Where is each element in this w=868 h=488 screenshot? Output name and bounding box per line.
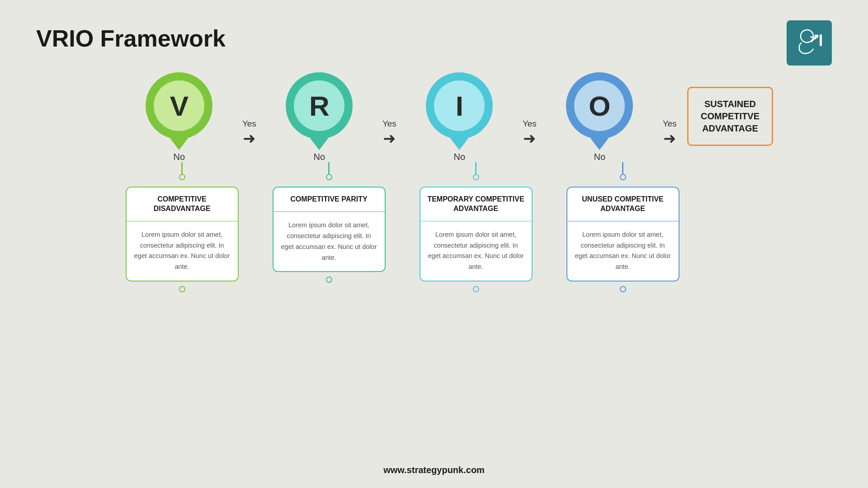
connector-dot-i <box>473 174 479 180</box>
circle-pin-v <box>170 138 188 150</box>
logo-icon <box>793 27 825 59</box>
connector-dot-v <box>179 174 185 180</box>
circle-group-o: O No <box>542 72 657 162</box>
circle-pin-r <box>310 138 328 150</box>
yes-label-i: Yes <box>523 119 537 129</box>
page-title: VRIO Framework <box>36 25 226 52</box>
card-i: TEMPORARY COMPETITIVE ADVANTAGE Lorem ip… <box>420 187 533 282</box>
card-v: COMPETITIVE DISADVANTAGE Lorem ipsum dol… <box>126 187 239 282</box>
arrow-o-outcome: Yes ➜ <box>657 119 683 162</box>
arrow-v-r-icon: ➜ <box>243 131 255 146</box>
svg-rect-1 <box>820 34 822 46</box>
card-body-r: Lorem ipsum dolor sit amet, consectetur … <box>274 212 385 272</box>
circle-letter-i: I <box>434 80 485 131</box>
no-label-v: No <box>174 152 185 162</box>
svg-point-0 <box>801 30 813 42</box>
arrow-r-i: Yes ➜ <box>377 119 402 162</box>
arrow-r-i-icon: ➜ <box>383 131 396 146</box>
main-diagram: V No Yes ➜ R No Yes ➜ <box>95 72 773 292</box>
card-wrapper-r: COMPETITIVE PARITY Lorem ipsum dolor sit… <box>269 162 389 292</box>
yes-label-o: Yes <box>663 119 677 129</box>
card-title-v: COMPETITIVE DISADVANTAGE <box>127 188 238 221</box>
card-o: UNUSED COMPETITIVE ADVANTAGE Lorem ipsum… <box>566 187 679 282</box>
circle-group-v: V No <box>122 72 236 162</box>
footer: www.strategypunk.com <box>383 465 485 475</box>
connector-line-r <box>328 162 330 174</box>
connector-dot-o <box>620 174 626 180</box>
arrow-i-o-icon: ➜ <box>523 131 536 146</box>
card-title-r: COMPETITIVE PARITY <box>274 188 385 212</box>
arrow-i-o: Yes ➜ <box>517 119 542 162</box>
circle-letter-r: R <box>294 80 344 131</box>
card-title-i: TEMPORARY COMPETITIVE ADVANTAGE <box>420 188 532 221</box>
connector-dot-r <box>326 174 332 180</box>
outcome-title: SUSTAINED COMPETITVE ADVANTAGE <box>700 98 760 135</box>
card-wrapper-o: UNUSED COMPETITIVE ADVANTAGE Lorem ipsum… <box>563 162 683 292</box>
card-r: COMPETITIVE PARITY Lorem ipsum dolor sit… <box>273 187 386 272</box>
card-body-v: Lorem ipsum dolor sit amet, consectetur … <box>127 221 238 281</box>
bottom-dot-v <box>179 286 185 292</box>
arrow-v-r: Yes ➜ <box>236 119 262 162</box>
circle-letter-v: V <box>154 80 204 131</box>
yes-label-v: Yes <box>242 119 256 129</box>
card-body-i: Lorem ipsum dolor sit amet, consectetur … <box>420 221 532 281</box>
outcome-block: SUSTAINED COMPETITVE ADVANTAGE <box>687 87 773 162</box>
circle-pin-i <box>450 138 468 150</box>
arrow-o-outcome-icon: ➜ <box>663 131 676 146</box>
card-body-o: Lorem ipsum dolor sit amet, consectetur … <box>567 221 679 281</box>
bottom-dot-r <box>326 277 332 283</box>
circle-pin-o <box>590 138 609 150</box>
bottom-dot-o <box>620 286 626 292</box>
card-title-o: UNUSED COMPETITIVE ADVANTAGE <box>567 188 679 221</box>
no-label-r: No <box>314 152 326 162</box>
card-wrapper-i: TEMPORARY COMPETITIVE ADVANTAGE Lorem ip… <box>416 162 536 292</box>
connector-line-o <box>622 162 623 174</box>
connector-line-i <box>475 162 476 174</box>
no-label-i: No <box>454 152 466 162</box>
circle-group-r: R No <box>262 72 377 162</box>
bottom-dot-i <box>473 286 479 292</box>
logo-box <box>787 20 832 66</box>
yes-label-r: Yes <box>382 119 396 129</box>
circle-letter-o: O <box>574 80 625 131</box>
no-label-o: No <box>594 152 606 162</box>
connector-line-v <box>181 162 183 174</box>
card-wrapper-v: COMPETITIVE DISADVANTAGE Lorem ipsum dol… <box>122 162 242 292</box>
circle-group-i: I No <box>402 72 517 162</box>
